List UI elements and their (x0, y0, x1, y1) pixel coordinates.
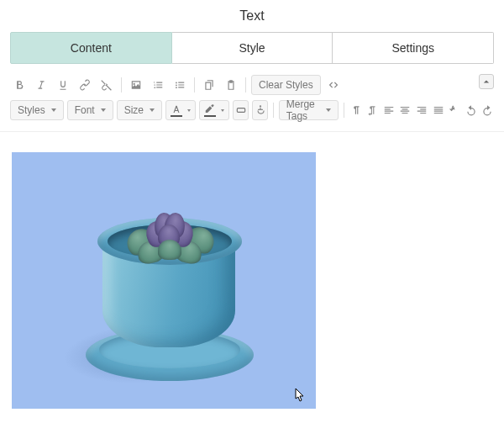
ltr-icon (350, 104, 362, 116)
underline-icon (57, 79, 69, 91)
toolbar-row-1: Clear Styles (10, 72, 494, 98)
copy-button[interactable] (200, 76, 218, 94)
text-color-button[interactable] (165, 100, 196, 120)
redo-icon (481, 104, 493, 116)
link-button[interactable] (76, 76, 94, 94)
collapse-toolbar-button[interactable] (479, 74, 494, 89)
separator (121, 77, 122, 93)
align-center-icon (399, 104, 411, 116)
highlight-icon (204, 104, 216, 116)
tab-style[interactable]: Style (172, 32, 333, 64)
svg-rect-0 (237, 108, 244, 113)
align-right-icon (416, 104, 428, 116)
content-image-block[interactable] (12, 152, 316, 409)
styles-dropdown[interactable]: Styles (10, 100, 64, 120)
chevron-up-icon (483, 78, 490, 85)
text-color-icon (171, 104, 182, 116)
ltr-button[interactable] (349, 101, 363, 119)
align-justify-button[interactable] (432, 101, 445, 119)
link-icon (79, 79, 91, 91)
button-icon (235, 104, 247, 116)
image-button[interactable] (127, 76, 145, 94)
align-center-button[interactable] (399, 101, 412, 119)
panel-title: Text (0, 0, 504, 32)
rtl-icon (366, 104, 378, 116)
toolbar: Clear Styles Styles Font Size (0, 71, 504, 126)
size-dropdown[interactable]: Size (117, 100, 162, 120)
code-icon (328, 79, 339, 91)
unordered-list-icon (174, 79, 186, 91)
tabs: Content Style Settings (10, 32, 494, 64)
tab-content[interactable]: Content (10, 32, 172, 64)
ordered-list-icon (152, 79, 164, 91)
bold-button[interactable] (10, 76, 29, 94)
font-dropdown[interactable]: Font (67, 100, 113, 120)
underline-button[interactable] (54, 76, 72, 94)
highlight-color-button[interactable] (199, 100, 229, 120)
undo-icon (465, 104, 477, 116)
spellcheck-icon (449, 104, 460, 116)
ordered-list-button[interactable] (149, 76, 167, 94)
bold-icon (13, 79, 25, 91)
clear-styles-button[interactable]: Clear Styles (251, 75, 321, 95)
anchor-button[interactable] (252, 100, 268, 120)
size-label: Size (124, 104, 144, 116)
unlink-icon (101, 79, 113, 91)
paste-icon (225, 79, 237, 91)
anchor-icon (255, 104, 266, 116)
italic-button[interactable] (32, 76, 50, 94)
button-insert-button[interactable] (233, 100, 249, 120)
align-justify-icon (433, 104, 444, 116)
align-right-button[interactable] (415, 101, 428, 119)
separator (344, 103, 344, 118)
rtl-button[interactable] (365, 101, 379, 119)
separator (273, 103, 274, 118)
code-view-button[interactable] (324, 76, 343, 94)
tab-settings[interactable]: Settings (333, 32, 494, 64)
paste-button[interactable] (222, 76, 240, 94)
merge-tags-dropdown[interactable]: Merge Tags (279, 100, 339, 120)
unlink-button[interactable] (97, 76, 116, 94)
copy-icon (203, 79, 215, 91)
font-label: Font (75, 104, 95, 116)
merge-tags-label: Merge Tags (286, 98, 320, 122)
align-left-icon (383, 104, 395, 116)
toolbar-row-2: Styles Font Size Merge Tags (10, 98, 494, 123)
italic-icon (35, 79, 47, 91)
editor-canvas (0, 132, 504, 409)
spellcheck-button[interactable] (448, 101, 461, 119)
image-icon (130, 79, 142, 91)
separator (194, 77, 195, 93)
align-left-button[interactable] (382, 101, 396, 119)
redo-button[interactable] (480, 101, 494, 119)
separator (245, 77, 246, 93)
styles-label: Styles (18, 104, 45, 116)
succulent-pot-illustration (12, 152, 316, 409)
undo-button[interactable] (465, 101, 478, 119)
unordered-list-button[interactable] (171, 76, 189, 94)
